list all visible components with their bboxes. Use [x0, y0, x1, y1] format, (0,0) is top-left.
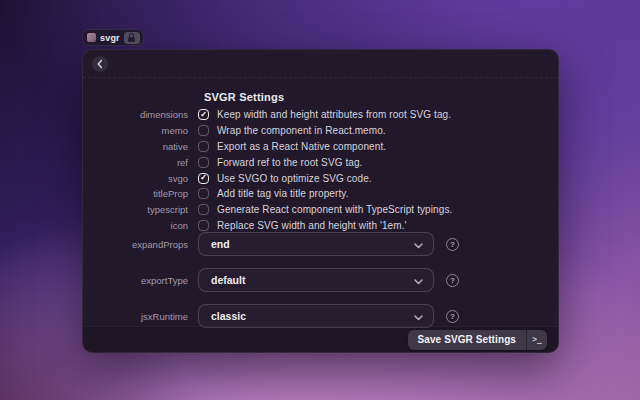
- chevron-down-icon: [414, 235, 423, 253]
- option-description: Use SVGO to optimize SVG code.: [217, 173, 372, 184]
- option-key-label: dimensions: [83, 109, 188, 120]
- lock-button[interactable]: [124, 32, 140, 44]
- option-description: Replace SVG width and height with '1em.': [217, 220, 407, 231]
- checkbox-memo[interactable]: ✓: [198, 125, 209, 136]
- checkbox-row-icon: icon✓Replace SVG width and height with '…: [83, 218, 558, 234]
- option-key-label: typescript: [83, 204, 188, 215]
- svgr-settings-window: SVGR Settings dimensions✓Keep width and …: [82, 49, 559, 353]
- option-description: Add title tag via title property.: [217, 188, 349, 199]
- select-value: default: [211, 274, 414, 286]
- select-value: end: [211, 238, 414, 250]
- select-exportType[interactable]: default: [198, 268, 434, 292]
- save-svgr-settings-button[interactable]: Save SVGR Settings >_: [408, 330, 548, 350]
- checkbox-list: dimensions✓Keep width and height attribu…: [83, 107, 558, 233]
- checkbox-row-titleProp: titleProp✓Add title tag via title proper…: [83, 186, 558, 202]
- terminal-icon[interactable]: >_: [527, 330, 547, 350]
- option-description: Keep width and height attributes from ro…: [217, 109, 451, 120]
- option-description: Wrap the component in React.memo.: [217, 125, 386, 136]
- page-title: SVGR Settings: [204, 91, 284, 103]
- option-key-label: ref: [83, 157, 188, 168]
- select-row-exportType: exportTypedefault?: [83, 268, 558, 292]
- select-jsxRuntime[interactable]: classic: [198, 304, 434, 328]
- window-header: [83, 50, 558, 78]
- back-button[interactable]: [92, 56, 108, 72]
- option-description: Forward ref to the root SVG tag.: [217, 157, 363, 168]
- select-label: expandProps: [83, 239, 188, 250]
- option-key-label: native: [83, 141, 188, 152]
- desktop-background: svgr SVGR Settings dimensions✓Keep width…: [0, 0, 640, 400]
- option-description: Generate React component with TypeScript…: [217, 204, 452, 215]
- help-icon[interactable]: ?: [446, 238, 459, 251]
- checkbox-ref[interactable]: ✓: [198, 157, 209, 168]
- tab-title: svgr: [100, 33, 120, 43]
- lock-icon: [128, 37, 135, 42]
- select-label: jsxRuntime: [83, 311, 188, 322]
- option-key-label: memo: [83, 125, 188, 136]
- option-key-label: icon: [83, 220, 188, 231]
- checkbox-row-ref: ref✓Forward ref to the root SVG tag.: [83, 154, 558, 170]
- checkbox-svgo[interactable]: ✓: [198, 173, 209, 184]
- select-row-expandProps: expandPropsend?: [83, 232, 558, 256]
- save-button-label: Save SVGR Settings: [408, 330, 527, 350]
- checkbox-row-svgo: svgo✓Use SVGO to optimize SVG code.: [83, 170, 558, 186]
- option-key-label: titleProp: [83, 188, 188, 199]
- chevron-left-icon: [96, 59, 104, 69]
- option-key-label: svgo: [83, 173, 188, 184]
- check-icon: ✓: [200, 110, 207, 118]
- checkbox-row-dimensions: dimensions✓Keep width and height attribu…: [83, 107, 558, 123]
- option-description: Export as a React Native component.: [217, 141, 386, 152]
- select-row-jsxRuntime: jsxRuntimeclassic?: [83, 304, 558, 328]
- svgr-tab-pill[interactable]: svgr: [82, 29, 144, 46]
- extension-icon: [87, 33, 96, 42]
- chevron-down-icon: [414, 307, 423, 325]
- help-icon[interactable]: ?: [446, 274, 459, 287]
- check-icon: ✓: [200, 174, 207, 182]
- checkbox-native[interactable]: ✓: [198, 141, 209, 152]
- select-list: expandPropsend?exportTypedefault?jsxRunt…: [83, 232, 558, 340]
- checkbox-titleProp[interactable]: ✓: [198, 188, 209, 199]
- checkbox-row-native: native✓Export as a React Native componen…: [83, 139, 558, 155]
- select-value: classic: [211, 310, 414, 322]
- select-expandProps[interactable]: end: [198, 232, 434, 256]
- checkbox-row-memo: memo✓Wrap the component in React.memo.: [83, 123, 558, 139]
- checkbox-dimensions[interactable]: ✓: [198, 109, 209, 120]
- select-label: exportType: [83, 275, 188, 286]
- help-icon[interactable]: ?: [446, 310, 459, 323]
- checkbox-row-typescript: typescript✓Generate React component with…: [83, 202, 558, 218]
- action-bar: Save SVGR Settings >_: [83, 326, 558, 352]
- checkbox-icon[interactable]: ✓: [198, 220, 209, 231]
- checkbox-typescript[interactable]: ✓: [198, 204, 209, 215]
- chevron-down-icon: [414, 271, 423, 289]
